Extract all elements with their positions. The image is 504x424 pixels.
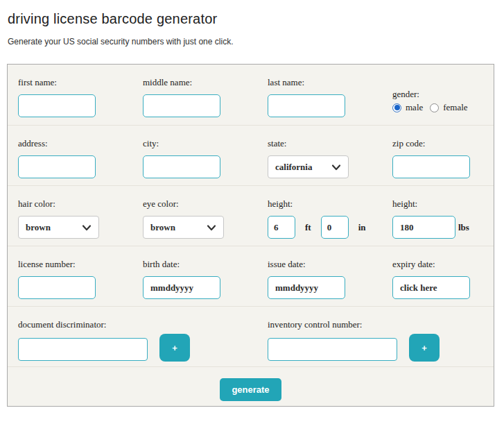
state-select-value: california (275, 162, 312, 173)
height-ft-input[interactable] (268, 216, 295, 239)
last-name-input[interactable] (268, 94, 345, 117)
middle-name-label: middle name: (143, 77, 268, 88)
gender-female-radio[interactable] (430, 103, 439, 112)
issue-date-field: issue date: (268, 259, 392, 306)
document-discriminator-input[interactable] (18, 338, 148, 361)
inventory-control-number-add-button[interactable]: + (409, 334, 440, 362)
height-lbs-field: height: lbs (392, 198, 504, 246)
address-field: address: (18, 138, 143, 185)
first-name-input[interactable] (18, 94, 96, 117)
chevron-down-icon (207, 223, 216, 232)
birth-date-field: birth date: (143, 259, 268, 306)
gender-field: gender: male female (392, 77, 504, 125)
gender-male-label[interactable]: male (406, 102, 423, 113)
state-field: state: california (268, 138, 392, 185)
height-ft-in-label: height: (268, 198, 392, 210)
eye-color-select[interactable]: brown (143, 216, 224, 239)
form-row-address: address: city: state: california zip cod… (8, 125, 494, 185)
issue-date-input[interactable] (268, 276, 345, 299)
inventory-control-number-field: inventory control number: + (268, 319, 504, 366)
generator-form-panel: first name: middle name: last name: gend… (7, 64, 494, 407)
gender-label: gender: (392, 89, 504, 100)
issue-date-label: issue date: (268, 259, 392, 270)
hair-color-field: hair color: brown (18, 198, 143, 246)
height-lbs-label: height: (392, 198, 504, 210)
city-label: city: (143, 138, 268, 149)
last-name-label: last name: (268, 77, 392, 88)
zip-code-field: zip code: (392, 138, 504, 185)
document-discriminator-field: document discriminator: + (18, 319, 268, 366)
form-row-generate: generate (8, 366, 494, 412)
eye-color-field: eye color: brown (143, 198, 268, 246)
license-number-label: license number: (18, 259, 143, 270)
form-row-names: first name: middle name: last name: gend… (8, 65, 494, 125)
expiry-date-field: expiry date: (392, 259, 504, 306)
form-row-physical: hair color: brown eye color: brown heigh… (8, 185, 494, 246)
state-select[interactable]: california (268, 155, 349, 178)
generate-button[interactable]: generate (220, 378, 281, 401)
hair-color-label: hair color: (18, 198, 143, 210)
city-input[interactable] (143, 155, 220, 178)
middle-name-input[interactable] (143, 94, 220, 117)
eye-color-select-value: brown (150, 222, 175, 233)
chevron-down-icon (331, 162, 341, 172)
last-name-field: last name: (268, 77, 392, 125)
document-discriminator-label: document discriminator: (18, 319, 268, 330)
height-in-unit: in (358, 222, 366, 233)
weight-lbs-unit: lbs (458, 222, 469, 233)
address-label: address: (18, 138, 143, 149)
chevron-down-icon (82, 223, 92, 232)
form-row-dates: license number: birth date: issue date: … (8, 246, 494, 306)
zip-code-input[interactable] (392, 155, 470, 178)
first-name-field: first name: (18, 77, 143, 125)
birth-date-input[interactable] (143, 276, 220, 299)
height-ft-in-field: height: ft in (268, 198, 392, 246)
expiry-date-label: expiry date: (392, 259, 504, 270)
state-label: state: (268, 138, 392, 149)
first-name-label: first name: (18, 77, 143, 88)
birth-date-label: birth date: (143, 259, 268, 270)
middle-name-field: middle name: (143, 77, 268, 125)
hair-color-select-value: brown (26, 222, 51, 233)
page-title: driving license barcode generator (0, 0, 504, 27)
gender-male-radio[interactable] (392, 103, 401, 112)
inventory-control-number-label: inventory control number: (268, 319, 504, 330)
city-field: city: (143, 138, 268, 185)
address-input[interactable] (18, 155, 96, 178)
weight-lbs-input[interactable] (392, 216, 455, 239)
expiry-date-input[interactable] (392, 276, 470, 299)
license-number-field: license number: (18, 259, 143, 306)
driving-license-generator-page: driving license barcode generator Genera… (0, 0, 504, 424)
inventory-control-number-input[interactable] (268, 338, 397, 361)
eye-color-label: eye color: (143, 198, 268, 210)
height-in-input[interactable] (321, 216, 349, 239)
page-subtitle: Generate your US social security numbers… (0, 27, 504, 46)
hair-color-select[interactable]: brown (18, 216, 99, 239)
height-ft-unit: ft (305, 222, 311, 233)
zip-code-label: zip code: (392, 138, 504, 149)
gender-female-label[interactable]: female (443, 102, 467, 113)
document-discriminator-add-button[interactable]: + (159, 334, 190, 362)
form-row-numbers: document discriminator: + inventory cont… (8, 306, 494, 366)
license-number-input[interactable] (18, 276, 96, 299)
